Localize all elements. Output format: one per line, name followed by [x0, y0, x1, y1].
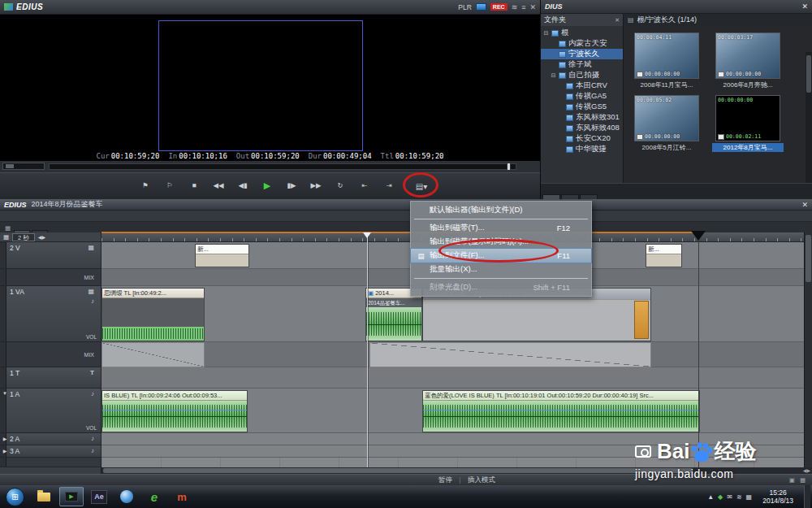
tree-item-zijipaishe[interactable]: 自己拍摄 — [541, 70, 623, 80]
clip-thumbnail-image[interactable]: 00:00:00:00 00:00:02:11 — [715, 95, 780, 141]
menu-item-burn-disc[interactable]: 刻录光盘(D)... Shift + F11 — [411, 280, 591, 294]
track-header-1a[interactable]: ▼ 1 A ♪ VOL — [0, 389, 102, 433]
play-button[interactable]: ▶ — [258, 179, 276, 193]
tree-item-root[interactable]: 根 — [541, 28, 623, 38]
frame-back-button[interactable]: ◀▮ — [234, 179, 252, 193]
frame-forward-button[interactable]: ▮▶ — [283, 179, 300, 193]
scrollbar-arrows-icon[interactable]: ◀▶ — [803, 467, 810, 473]
audio-track-icon[interactable]: ♪ — [91, 297, 94, 305]
clip-thumbnail-image[interactable]: 00:00:05:02 00:00:00:00 — [634, 95, 699, 141]
track-header-va-mix[interactable]: MIX — [0, 342, 102, 367]
video-track-icon[interactable]: ▦ — [88, 288, 94, 295]
goto-out-button[interactable]: ⇥ — [380, 179, 398, 193]
close-icon[interactable]: ✕ — [529, 3, 536, 11]
collapse-icon[interactable]: ▼ — [1, 391, 9, 396]
audio-mixer-block[interactable] — [102, 342, 205, 367]
close-icon[interactable]: ✕ — [801, 201, 808, 209]
tree-item-dongfengbiaozhi-301[interactable]: 东风标致301 — [541, 112, 623, 123]
va-clip-sichoudan[interactable]: 思绸缎 TL [In:00:49:2... — [102, 288, 205, 341]
video-clip[interactable]: 新... — [195, 244, 249, 267]
track-header-1t[interactable]: 1 T T — [0, 367, 102, 389]
rewind-button[interactable]: ◀◀ — [209, 179, 227, 193]
audio-clip-love-is-blue-1[interactable]: IS BLUE) TL [In:00:09:24:06 Out:00:09:53… — [102, 390, 248, 432]
timeline-vertical-scrollbar[interactable] — [804, 232, 812, 467]
expand-icon[interactable]: ▶ — [1, 448, 9, 454]
context-menu-item[interactable] — [414, 278, 588, 279]
tree-item-xuzibin[interactable]: 徐子斌 — [541, 59, 623, 70]
menu-item-export-to-tape[interactable]: 输出到磁带(T)... F12 — [411, 221, 591, 235]
goto-in-button[interactable]: ⇤ — [356, 179, 374, 193]
tree-item-ningbo-changjiu[interactable]: 宁波长久 — [541, 49, 623, 59]
taskbar-clock[interactable]: 15:26 2014/8/13 — [756, 488, 800, 505]
clip-thumbnail-image[interactable]: 00:00:04:11 00:00:00:00 — [634, 33, 699, 79]
track-header-1va[interactable]: 1 VA ▦ ♪ VOL — [0, 286, 102, 342]
position-slider[interactable] — [49, 163, 516, 170]
clip-transition-segment[interactable] — [634, 301, 649, 339]
taskbar-m-app-icon[interactable]: m — [170, 487, 194, 506]
tree-item-changan-cx20[interactable]: 长安CX20 — [541, 133, 623, 144]
stop-button[interactable]: ■ — [185, 179, 203, 193]
grid-icon[interactable]: ▦ — [3, 233, 9, 241]
layout-icon[interactable]: ≋ — [512, 3, 518, 11]
clip-thumbnail-image[interactable]: 00:00:03:17 00:00:00:00 — [715, 33, 780, 79]
thumbnail-2008-05-jiangling[interactable]: 00:00:05:02 00:00:00:00 2008年5月江铃... — [631, 95, 702, 152]
tray-icon[interactable]: ◆ — [718, 493, 723, 501]
scrollbar-thumb[interactable] — [103, 468, 693, 473]
title-track-icon[interactable]: T — [90, 369, 94, 376]
audio-track-icon[interactable]: ♪ — [91, 447, 94, 454]
player-mode-icon[interactable] — [476, 3, 486, 11]
tree-item-dongfengbiaozhi-408[interactable]: 东风标致408 — [541, 123, 623, 133]
tray-expand-icon[interactable]: ▲ — [707, 493, 714, 501]
expand-icon[interactable]: ▶ — [1, 436, 9, 441]
audio-track-icon[interactable]: ♪ — [91, 435, 94, 442]
tree-item-chuanqi-gs5[interactable]: 传祺GS5 — [541, 102, 623, 112]
jog-slider[interactable] — [2, 163, 45, 170]
tree-item-neimenggu-tianan[interactable]: 内蒙古天安 — [541, 38, 623, 49]
sequence-list-icon[interactable]: ▦ — [5, 224, 11, 232]
rec-indicator[interactable]: REC — [490, 3, 508, 11]
close-panel-icon[interactable]: ✕ — [615, 17, 620, 24]
tree-item-chuanqi-ga5[interactable]: 传祺GA5 — [541, 91, 623, 102]
audio-mixer-block[interactable] — [369, 342, 651, 367]
playhead-marker[interactable] — [363, 232, 371, 238]
position-slider-thumb[interactable] — [507, 163, 511, 171]
loop-button[interactable]: ↻ — [331, 179, 349, 193]
track-header-v-mix[interactable]: MIX — [0, 269, 102, 286]
zoom-arrows-icon[interactable]: ◀▶ — [38, 234, 45, 240]
tree-item-bentian-crv[interactable]: 本田CRV — [541, 80, 623, 91]
window-menu-icon[interactable]: ≡ — [521, 3, 525, 11]
thumbnail-2012-08-bmw[interactable]: 00:00:00:00 00:00:02:11 2012年8月宝马... — [712, 95, 784, 152]
tree-item-zhonghua-junjie[interactable]: 中华骏捷 — [541, 144, 623, 154]
zoom-level[interactable]: 2 秒 — [12, 233, 35, 241]
menu-item-default-exporter[interactable]: 默认输出器(输出到文件)(D) — [411, 203, 591, 217]
tray-display-icon[interactable]: ▦ — [746, 493, 753, 501]
track-header-2a[interactable]: ▶ 2 A ♪ — [0, 433, 102, 445]
tray-network-icon[interactable]: ≋ — [736, 493, 742, 501]
video-track-icon[interactable]: ▦ — [88, 244, 94, 251]
menu-item-batch-export[interactable]: 批量输出(X)... — [411, 263, 591, 276]
mark-out-button[interactable]: ⚐ — [161, 179, 179, 193]
close-icon[interactable]: ✕ — [801, 2, 808, 11]
audio-track-icon[interactable]: ♪ — [91, 390, 94, 397]
playhead-line[interactable] — [367, 232, 368, 467]
show-desktop-button[interactable] — [804, 485, 810, 508]
track-header-3a[interactable]: ▶ 3 A ♪ — [0, 445, 102, 458]
taskbar-e-app-icon[interactable]: e — [142, 487, 166, 506]
tree-toggle-icon[interactable] — [551, 72, 556, 79]
fast-forward-button[interactable]: ▶▶ — [307, 179, 325, 193]
track-header-2v[interactable]: 2 V ▦ — [0, 242, 102, 269]
taskbar-browser-icon[interactable] — [114, 487, 139, 506]
sequence-end-marker[interactable] — [691, 231, 706, 241]
thumbnail-2006-08-benz[interactable]: 00:00:03:17 00:00:00:00 2006年8月奔驰... — [712, 33, 784, 89]
tree-toggle-icon[interactable] — [543, 30, 549, 37]
taskbar-explorer-icon[interactable] — [32, 487, 56, 506]
tray-mail-icon[interactable]: ✉ — [727, 493, 732, 501]
mark-in-button[interactable]: ⚑ — [136, 179, 154, 193]
taskbar-after-effects-icon[interactable]: Ae — [87, 487, 111, 506]
thumbnail-2008-11-bmw[interactable]: 00:00:04:11 00:00:00:00 2008年11月宝马... — [631, 33, 702, 89]
video-clip[interactable]: 新... — [646, 244, 682, 267]
taskbar-edius-icon[interactable]: ▶ — [59, 487, 84, 506]
context-menu-item[interactable] — [414, 219, 588, 219]
start-button[interactable]: ⊞ — [6, 488, 24, 506]
audio-clip-love-is-blue-2[interactable]: 蓝色的爱(LOVE IS BLUE) TL [In:00:10:19:01 Ou… — [422, 390, 700, 432]
